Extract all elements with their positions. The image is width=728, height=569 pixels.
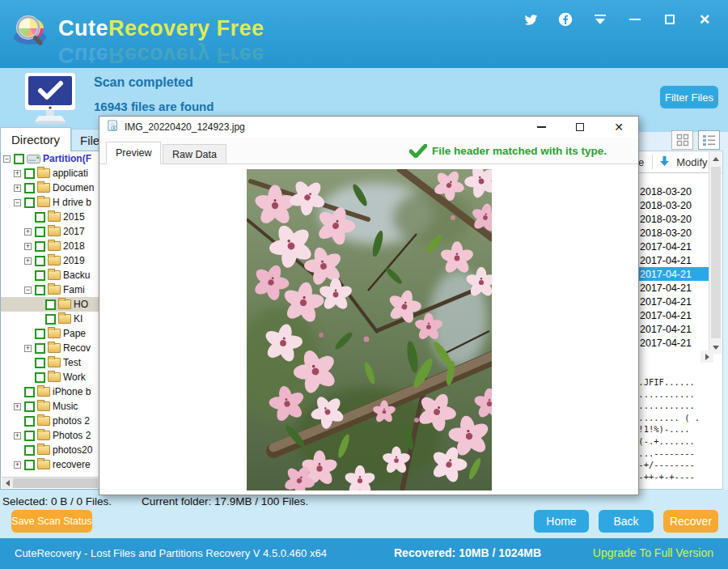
expand-icon[interactable]	[14, 403, 21, 410]
recover-button[interactable]: Recover	[663, 510, 718, 533]
file-row[interactable]: 2017-04-21	[631, 295, 711, 308]
checkbox[interactable]	[24, 183, 35, 193]
checkbox[interactable]	[14, 154, 24, 164]
checkbox[interactable]	[45, 299, 56, 310]
tab-preview[interactable]: Preview	[106, 142, 161, 164]
file-list-vertical-scrollbar[interactable]	[709, 152, 722, 354]
tree-item[interactable]: Music	[1, 399, 99, 414]
tab-raw-data[interactable]: Raw Data	[163, 144, 226, 164]
scroll-up-icon[interactable]	[709, 152, 722, 165]
file-row[interactable]: 2018-03-20	[631, 198, 711, 212]
checkbox[interactable]	[35, 343, 45, 354]
expand-icon[interactable]	[14, 461, 21, 469]
tree-item[interactable]: 2018	[1, 239, 99, 253]
tree-item[interactable]: Pape	[1, 326, 99, 341]
expand-icon[interactable]	[24, 243, 32, 250]
file-row[interactable]: 2017-04-21	[631, 253, 711, 267]
checkbox[interactable]	[24, 168, 35, 179]
expand-icon[interactable]	[14, 170, 21, 177]
maximize-icon[interactable]	[662, 12, 677, 27]
scan-complete-monitor-icon	[24, 72, 76, 129]
file-row[interactable]: 2017-04-21	[631, 308, 711, 322]
tree-item[interactable]: photos 2	[1, 414, 99, 428]
file-row[interactable]: 2018-03-20	[631, 212, 711, 226]
app-title: CuteRecovery Free	[58, 16, 265, 41]
grid-view-icon[interactable]	[671, 130, 693, 150]
tree-item[interactable]: Documen	[1, 180, 99, 195]
home-button[interactable]: Home	[534, 510, 589, 533]
facebook-icon[interactable]	[558, 12, 573, 27]
file-row[interactable]: 2017-04-21	[631, 240, 711, 253]
minimize-icon[interactable]	[628, 12, 642, 27]
tree-item[interactable]: applicati	[1, 166, 99, 180]
checkbox[interactable]	[24, 197, 35, 208]
dropdown-tray-icon[interactable]	[593, 12, 607, 27]
checkbox[interactable]	[35, 256, 45, 266]
checkbox[interactable]	[35, 285, 45, 295]
close-icon[interactable]: ✕	[697, 12, 712, 27]
tree-item[interactable]: KI	[1, 312, 99, 326]
checkbox[interactable]	[35, 358, 45, 368]
tree-item[interactable]: 2019	[1, 253, 99, 268]
checkbox[interactable]	[24, 416, 35, 427]
file-row[interactable]: 2018-03-20	[631, 226, 711, 240]
scrollbar-thumb[interactable]	[711, 167, 721, 338]
tab-directory[interactable]: Directory	[0, 127, 71, 151]
tree-horizontal-scrollbar[interactable]	[2, 477, 99, 488]
file-row[interactable]: 2017-04-21	[631, 281, 711, 295]
tree-item[interactable]: Work	[1, 370, 99, 384]
checkbox[interactable]	[45, 314, 56, 325]
save-scan-status-button[interactable]: Save Scan Status	[11, 510, 92, 533]
filter-files-button[interactable]: Filter Files	[660, 86, 718, 108]
checkbox[interactable]	[35, 372, 45, 383]
upgrade-link[interactable]: Upgrade To Full Version	[593, 546, 713, 559]
scroll-right-icon[interactable]	[700, 350, 713, 363]
tree-item[interactable]: Photos 2	[1, 428, 99, 443]
collapse-icon[interactable]	[3, 155, 11, 163]
twitter-icon[interactable]	[523, 12, 538, 27]
checkbox[interactable]	[24, 445, 35, 456]
tree-item[interactable]: 2015	[1, 210, 99, 224]
tree-item[interactable]: iPhone b	[1, 384, 99, 399]
file-row[interactable]: 2017-04-21	[631, 336, 711, 350]
checkbox[interactable]	[35, 241, 45, 252]
tree-item[interactable]: recovere	[1, 457, 99, 472]
expand-icon[interactable]	[24, 345, 32, 352]
scroll-left-icon[interactable]	[2, 478, 13, 489]
dialog-maximize-icon[interactable]	[561, 117, 599, 138]
column-header-modify[interactable]: Modify	[676, 156, 707, 168]
collapse-icon[interactable]	[24, 287, 32, 294]
collapse-icon[interactable]	[14, 199, 21, 206]
file-row[interactable]: 2017-04-21	[631, 322, 711, 336]
expand-icon[interactable]	[14, 432, 21, 439]
expand-icon[interactable]	[24, 257, 32, 265]
checkbox[interactable]	[24, 431, 35, 441]
file-row[interactable]: 2018-03-20	[631, 185, 711, 198]
checkbox[interactable]	[35, 329, 45, 339]
checkbox[interactable]	[24, 401, 35, 412]
tree-item[interactable]: photos20	[1, 443, 99, 457]
expand-icon[interactable]	[14, 185, 21, 192]
checkbox[interactable]	[24, 460, 35, 470]
tree-item[interactable]: Fami	[1, 282, 99, 297]
tree-item[interactable]: Recov	[1, 341, 99, 355]
dialog-minimize-icon[interactable]	[522, 117, 561, 138]
checkbox[interactable]	[24, 387, 35, 397]
tree-item[interactable]: H drive b	[1, 195, 99, 210]
checkbox[interactable]	[35, 212, 45, 223]
dialog-close-icon[interactable]: ✕	[599, 117, 638, 138]
sort-descending-icon	[659, 155, 670, 169]
details-view-icon[interactable]	[698, 130, 720, 150]
tree-item[interactable]: Backu	[1, 268, 99, 282]
tree-item-partition[interactable]: Partition(F	[1, 151, 99, 166]
tree-item[interactable]: 2017	[1, 224, 99, 239]
back-button[interactable]: Back	[599, 510, 654, 533]
scrollbar-thumb[interactable]	[13, 478, 98, 488]
file-row-selected[interactable]: 2017-04-21	[631, 267, 711, 281]
checkbox[interactable]	[35, 227, 45, 237]
dialog-titlebar[interactable]: IMG_20220420_124923.jpg ✕	[99, 117, 638, 138]
expand-icon[interactable]	[24, 228, 32, 236]
checkbox[interactable]	[35, 270, 45, 281]
tree-item[interactable]: Test	[1, 355, 99, 370]
tree-item-selected[interactable]: HO	[1, 297, 99, 312]
